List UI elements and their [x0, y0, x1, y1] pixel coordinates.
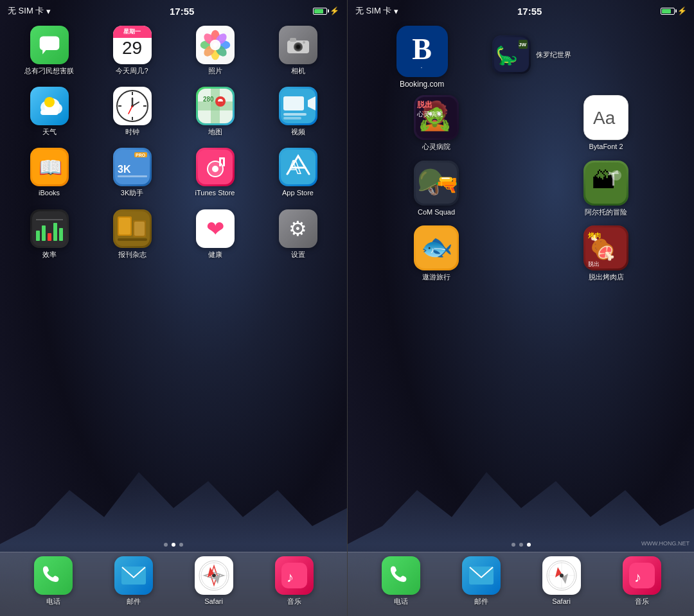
calendar-icon[interactable]: 星期一 29 — [113, 26, 152, 64]
svg-rect-0 — [39, 37, 59, 51]
app-maps[interactable]: 280 地图 — [176, 87, 254, 136]
app-camera[interactable]: 相机 — [259, 26, 337, 75]
app-bytafont[interactable]: Aa BytaFont 2 — [528, 95, 684, 151]
svg-text:3K: 3K — [118, 164, 131, 175]
right-dock-phone[interactable]: 电话 — [382, 556, 420, 606]
right-dock-safari-label: Safari — [552, 597, 571, 606]
right-dock-phone-icon[interactable] — [382, 556, 420, 595]
battery-fill — [314, 9, 323, 13]
svg-text:🐟: 🐟 — [421, 231, 453, 262]
dot-3 — [179, 543, 183, 547]
app-adventure[interactable]: 🏔 阿尔托的冒险 — [528, 161, 684, 216]
app-comsquad[interactable]: 🪖 🔫 CoM Squad — [358, 161, 515, 216]
right-dock-music-icon[interactable]: ♪ — [623, 556, 661, 595]
app-itunes[interactable]: iTunes Store — [176, 148, 254, 197]
svg-rect-20 — [40, 110, 58, 115]
app-videos[interactable]: 视频 — [259, 87, 337, 136]
videos-icon[interactable] — [279, 87, 317, 125]
yaoyou-icon[interactable]: 🐟 — [414, 225, 459, 270]
watermark: WWW.HONG.NET — [641, 540, 690, 547]
svg-text:♪: ♪ — [287, 569, 294, 585]
app-appstore[interactable]: 𝔸 App Store — [259, 148, 337, 197]
calendar-day-number: 29 — [122, 39, 142, 57]
app-health[interactable]: ❤ 健康 — [176, 209, 254, 259]
bytafont-icon[interactable]: Aa — [583, 95, 628, 140]
app-newsstand[interactable]: 报刊杂志 — [93, 209, 171, 259]
right-dock-mail-label: 邮件 — [474, 597, 488, 606]
stocks-icon[interactable] — [30, 209, 69, 248]
svg-text:🔫: 🔫 — [435, 173, 457, 196]
booking-icon[interactable]: B . — [396, 26, 448, 77]
right-dock-music[interactable]: ♪ 音乐 — [623, 556, 661, 606]
svg-text:📖: 📖 — [39, 156, 63, 179]
soul-hospital-icon[interactable]: 🧟 脱出 心灵病院 — [414, 95, 459, 140]
weather-icon[interactable] — [30, 87, 69, 125]
app-stocks[interactable]: 效率 — [10, 209, 88, 259]
svg-rect-71 — [118, 238, 147, 241]
dock-phone-icon[interactable] — [34, 556, 73, 595]
app-weather[interactable]: 天气 — [10, 87, 88, 136]
right-dock-safari[interactable]: Safari — [542, 556, 581, 606]
dock-mail[interactable]: 邮件 — [114, 556, 153, 606]
dock-music[interactable]: ♪ 音乐 — [275, 556, 314, 606]
clock-icon[interactable] — [113, 87, 152, 125]
lightning-icon: ⚡ — [330, 6, 339, 15]
camera-icon[interactable] — [279, 26, 317, 64]
adventure-label: 阿尔托的冒险 — [585, 208, 627, 216]
app-photos[interactable]: 照片 — [176, 26, 254, 75]
app-booking[interactable]: B . Booking.com — [358, 26, 486, 89]
jurassic-label: 侏罗纪世界 — [536, 51, 571, 59]
dock-music-icon[interactable]: ♪ — [275, 556, 314, 595]
escape-icon[interactable]: 🍖 烤肉 脱出 — [583, 225, 628, 270]
right-dock-mail[interactable]: 邮件 — [462, 556, 501, 606]
right-dock-safari-icon[interactable] — [542, 556, 581, 595]
dock-safari-icon[interactable] — [195, 556, 233, 595]
right-col-apps: 🦕 JW 侏罗纪世界 — [492, 35, 684, 79]
adventure-icon[interactable]: 🏔 — [583, 161, 628, 206]
videos-label: 视频 — [291, 128, 305, 136]
svg-text:🦕: 🦕 — [495, 45, 518, 66]
app-messages[interactable]: 总有刁民想害朕 — [10, 26, 88, 75]
maps-icon[interactable]: 280 — [196, 87, 235, 125]
app-escape[interactable]: 🍖 烤肉 脱出 脱出烤肉店 — [528, 225, 684, 281]
newsstand-icon[interactable] — [113, 209, 152, 248]
comsquad-label: CoM Squad — [418, 208, 455, 216]
svg-text:烤肉: 烤肉 — [587, 232, 601, 239]
svg-rect-63 — [53, 223, 57, 241]
app-clock[interactable]: 时钟 — [93, 87, 171, 136]
app-3k[interactable]: 3K PRO 3K助手 — [93, 148, 171, 197]
photos-icon[interactable] — [196, 26, 235, 64]
soul-hospital-label: 心灵病院 — [422, 143, 450, 151]
comsquad-icon[interactable]: 🪖 🔫 — [414, 161, 459, 206]
right-app-grid: 🧟 脱出 心灵病院 心灵病院 Aa BytaFont 2 — [358, 95, 684, 281]
dock-mail-icon[interactable] — [114, 556, 153, 595]
itunes-icon[interactable] — [196, 148, 235, 186]
dock-safari[interactable]: Safari — [195, 556, 233, 606]
app-soul-hospital[interactable]: 🧟 脱出 心灵病院 心灵病院 — [358, 95, 515, 151]
dock-phone-label: 电话 — [46, 597, 60, 606]
dot-2 — [172, 543, 175, 547]
app-settings[interactable]: ⚙ 设置 — [259, 209, 337, 259]
svg-rect-42 — [283, 117, 301, 119]
right-dock-mail-icon[interactable] — [462, 556, 501, 595]
health-icon[interactable]: ❤ — [196, 209, 235, 248]
app-jurassic[interactable]: 🦕 JW 侏罗纪世界 — [492, 35, 684, 74]
app-yaoyou[interactable]: 🐟 遨游旅行 — [358, 225, 515, 281]
dock-phone[interactable]: 电话 — [34, 556, 73, 606]
wifi-icon: ▾ — [46, 6, 51, 16]
clock-label: 时钟 — [125, 128, 139, 136]
appstore-label: App Store — [282, 189, 314, 197]
battery-icon — [313, 8, 327, 15]
ibooks-icon[interactable]: 📖 — [30, 148, 69, 186]
settings-icon[interactable]: ⚙ — [279, 209, 317, 248]
jurassic-icon[interactable]: 🦕 JW — [492, 35, 531, 74]
appstore-icon[interactable]: 𝔸 — [279, 148, 317, 186]
booking-b: B — [412, 35, 432, 64]
app-calendar[interactable]: 星期一 29 今天周几? — [93, 26, 171, 75]
app-ibooks[interactable]: 📖 iBooks — [10, 148, 88, 197]
svg-text:280: 280 — [203, 96, 214, 103]
booking-dot: . — [421, 64, 423, 69]
messages-icon[interactable] — [30, 26, 69, 64]
3k-icon[interactable]: 3K PRO — [113, 148, 152, 186]
svg-text:🏔: 🏔 — [592, 167, 615, 193]
